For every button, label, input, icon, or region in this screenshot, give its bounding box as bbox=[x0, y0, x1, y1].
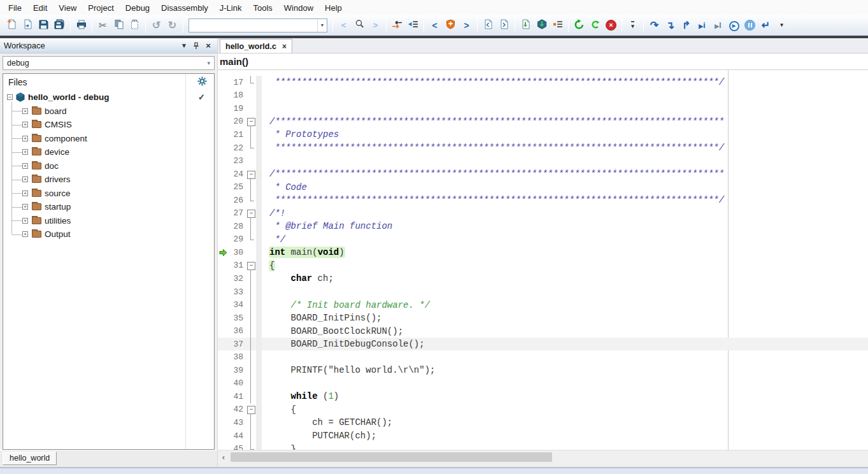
print-button[interactable] bbox=[73, 17, 89, 33]
code-line-26[interactable]: 26 *************************************… bbox=[218, 194, 868, 207]
new-document-button[interactable] bbox=[4, 17, 20, 33]
breakpoint-margin[interactable] bbox=[218, 324, 228, 338]
find-combo[interactable]: ▾ bbox=[189, 18, 327, 32]
expand-icon[interactable]: + bbox=[22, 231, 28, 237]
code-line-38[interactable]: 38 bbox=[218, 350, 868, 364]
code-line-43[interactable]: 43 ch = GETCHAR(); bbox=[218, 416, 868, 429]
breakpoint-margin[interactable] bbox=[218, 442, 228, 450]
code-line-23[interactable]: 23 bbox=[218, 154, 868, 168]
breakpoint-margin[interactable] bbox=[218, 364, 228, 377]
menu-file[interactable]: File bbox=[3, 1, 27, 15]
scrollbar-thumb[interactable] bbox=[231, 452, 552, 462]
code-line-31[interactable]: 31{ bbox=[218, 259, 868, 273]
menu-j-link[interactable]: J-Link bbox=[214, 1, 248, 15]
expand-icon[interactable]: + bbox=[22, 204, 28, 210]
breakpoint-margin[interactable] bbox=[218, 206, 228, 220]
fold-collapse-icon[interactable] bbox=[245, 168, 256, 181]
breakpoint-margin[interactable] bbox=[218, 194, 228, 207]
workspace-menu-dropdown-icon[interactable]: ▼ bbox=[179, 41, 189, 51]
stop-button[interactable]: × bbox=[603, 17, 619, 33]
code-line-35[interactable]: 35 BOARD_InitPins(); bbox=[218, 312, 868, 325]
menu-debug[interactable]: Debug bbox=[120, 1, 155, 15]
breakpoint-margin[interactable] bbox=[218, 390, 228, 403]
menu-disassembly[interactable]: Disassembly bbox=[155, 1, 214, 15]
step-into-button[interactable]: ↴ bbox=[662, 17, 678, 33]
tree-item-component[interactable]: +component bbox=[3, 132, 214, 146]
reload-button[interactable] bbox=[587, 17, 603, 33]
code-line-36[interactable]: 36 BOARD_BootClockRUN(); bbox=[218, 324, 868, 338]
editor-tab-hello-world-c[interactable]: hello_world.c × bbox=[220, 39, 292, 53]
expand-icon[interactable]: + bbox=[22, 190, 28, 196]
breakpoint-margin[interactable] bbox=[218, 180, 228, 194]
reset-button[interactable] bbox=[571, 17, 587, 33]
breakpoint-margin[interactable] bbox=[218, 102, 228, 115]
breakpoint-margin[interactable] bbox=[218, 115, 228, 129]
tree-item-project-root[interactable]: −hello_world - debug✓ bbox=[3, 90, 214, 104]
tree-item-cmsis[interactable]: +CMSIS bbox=[3, 118, 214, 132]
breakpoint-margin[interactable] bbox=[218, 377, 228, 391]
location-forward-button[interactable] bbox=[496, 17, 512, 33]
breakpoint-margin[interactable] bbox=[218, 233, 228, 247]
code-line-33[interactable]: 33 bbox=[218, 285, 868, 299]
code-line-42[interactable]: 42 { bbox=[218, 403, 868, 417]
breakpoint-margin[interactable] bbox=[218, 272, 228, 285]
breakpoint-margin[interactable] bbox=[218, 403, 228, 417]
breakpoint-margin[interactable] bbox=[218, 154, 228, 168]
find-input[interactable] bbox=[189, 20, 317, 31]
redo-button[interactable]: ↻ bbox=[164, 17, 180, 33]
expand-icon[interactable]: + bbox=[22, 176, 28, 182]
code-line-41[interactable]: 41 while (1) bbox=[218, 390, 868, 403]
open-document-button[interactable] bbox=[20, 17, 36, 33]
menu-view[interactable]: View bbox=[53, 1, 82, 15]
gear-icon[interactable] bbox=[197, 76, 207, 88]
breakpoint-margin[interactable] bbox=[218, 298, 228, 312]
debug-options-button[interactable]: ▾ bbox=[774, 17, 790, 33]
code-line-17[interactable]: 17 *************************************… bbox=[218, 76, 868, 89]
collapse-icon[interactable]: − bbox=[7, 94, 13, 100]
fold-collapse-icon[interactable] bbox=[245, 259, 256, 273]
code-line-25[interactable]: 25 * Code bbox=[218, 180, 868, 194]
cut-button[interactable]: ✂ bbox=[95, 17, 111, 33]
breakpoint-margin[interactable] bbox=[218, 350, 228, 364]
tree-item-source[interactable]: +source bbox=[3, 187, 214, 201]
make-button[interactable] bbox=[518, 17, 534, 33]
tab-close-icon[interactable]: × bbox=[282, 42, 287, 51]
breakpoint-margin[interactable] bbox=[218, 259, 228, 273]
workspace-tab-hello-world[interactable]: hello_world bbox=[3, 452, 57, 465]
code-line-34[interactable]: 34 /* Init board hardware. */ bbox=[218, 298, 868, 312]
tree-item-drivers[interactable]: +drivers bbox=[3, 173, 214, 187]
find-next-button[interactable]: > bbox=[367, 17, 383, 33]
expand-icon[interactable]: + bbox=[22, 163, 28, 169]
fold-collapse-icon[interactable] bbox=[245, 403, 256, 417]
navigate-next-button[interactable]: > bbox=[459, 17, 474, 33]
menu-window[interactable]: Window bbox=[278, 1, 319, 15]
find-button[interactable] bbox=[352, 17, 367, 33]
scroll-left-arrow-icon[interactable]: ‹ bbox=[218, 450, 229, 463]
menu-project[interactable]: Project bbox=[82, 1, 119, 15]
call-stack-button[interactable] bbox=[550, 17, 566, 33]
breakpoint-margin[interactable] bbox=[218, 76, 228, 89]
download-and-debug-button[interactable] bbox=[534, 17, 550, 33]
code-line-18[interactable]: 18 bbox=[218, 89, 868, 103]
code-line-40[interactable]: 40 bbox=[218, 377, 868, 391]
expand-icon[interactable]: + bbox=[22, 108, 28, 114]
breakpoint-margin[interactable] bbox=[218, 220, 228, 233]
run-to-cursor-button[interactable]: ▶I bbox=[710, 17, 726, 33]
tree-item-board[interactable]: +board bbox=[3, 104, 214, 118]
find-previous-button[interactable]: < bbox=[336, 17, 352, 33]
code-line-22[interactable]: 22 *************************************… bbox=[218, 141, 868, 155]
tree-item-utilities[interactable]: +utilities bbox=[3, 214, 214, 228]
code-line-30[interactable]: 30int main(void) bbox=[218, 246, 868, 259]
location-back-button[interactable] bbox=[480, 17, 496, 33]
toggle-source-disassembly-button[interactable] bbox=[389, 17, 405, 33]
expand-icon[interactable]: + bbox=[22, 218, 28, 224]
next-statement-button[interactable]: ▶i bbox=[694, 17, 710, 33]
code-line-45[interactable]: 45 } bbox=[218, 442, 868, 450]
step-out-button[interactable]: ↱ bbox=[678, 17, 694, 33]
code-line-24[interactable]: 24/*************************************… bbox=[218, 168, 868, 181]
stop-debugging-button[interactable]: ↵ bbox=[758, 17, 774, 33]
menu-tools[interactable]: Tools bbox=[247, 1, 278, 15]
toggle-breakpoint-button[interactable] bbox=[443, 17, 459, 33]
code-line-29[interactable]: 29 */ bbox=[218, 233, 868, 247]
save-all-button[interactable] bbox=[52, 17, 68, 33]
